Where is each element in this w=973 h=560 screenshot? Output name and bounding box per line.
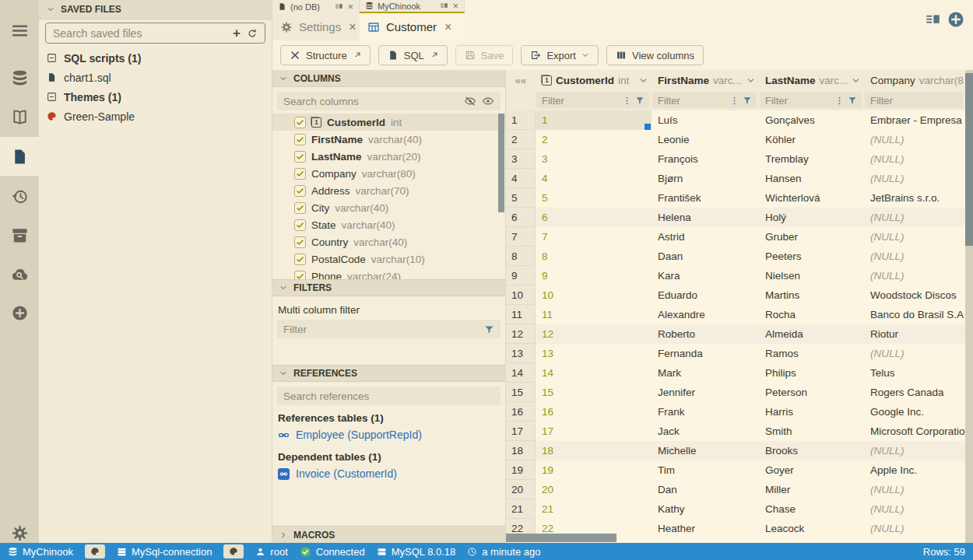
grid-cell[interactable]: 14 [536, 363, 652, 383]
column-filter-input[interactable]: Filter [536, 93, 649, 108]
grid-cell[interactable]: Heather [652, 519, 759, 538]
grid-cell[interactable]: Astrid [652, 227, 759, 247]
grid-cell[interactable]: Martins [759, 285, 864, 305]
activity-bar-item-file[interactable] [0, 137, 39, 176]
grid-cell[interactable]: Google Inc. [864, 402, 965, 422]
column-list-item-company[interactable]: Companyvarchar(80) [272, 165, 505, 182]
grid-cell[interactable]: Nielsen [759, 266, 864, 285]
grid-cell[interactable]: (NULL) [864, 441, 965, 460]
grid-cell[interactable]: Eduardo [652, 285, 759, 305]
grid-cell[interactable]: (NULL) [864, 247, 965, 266]
search-columns-input[interactable] [283, 96, 458, 107]
grid-cell[interactable]: (NULL) [864, 499, 965, 519]
sql-button[interactable]: SQL [378, 45, 448, 65]
column-list-item-country[interactable]: Countryvarchar(40) [272, 233, 505, 250]
grid-cell[interactable]: Harris [759, 402, 864, 422]
column-list-item-lastname[interactable]: LastNamevarchar(20) [272, 148, 505, 165]
search-references-input[interactable] [283, 390, 494, 402]
grid-cell[interactable]: Köhler [759, 130, 864, 149]
grid-cell[interactable]: Helena [652, 208, 759, 227]
checkbox-checked-icon[interactable] [294, 117, 306, 128]
split-view-icon[interactable] [925, 12, 941, 28]
references-section-header[interactable]: REFERENCES [272, 365, 505, 382]
row-number[interactable]: 18 [506, 441, 536, 460]
grid-cell[interactable]: Banco do Brasil S.A [864, 305, 965, 324]
save-button[interactable]: Save [455, 45, 514, 65]
grid-cell[interactable]: Rocha [759, 305, 864, 324]
grid-column-header-company[interactable]: Companyvarchar(8 [864, 70, 965, 90]
grid-cell[interactable]: 17 [536, 422, 652, 441]
grid-cell[interactable]: Fernanda [652, 344, 759, 363]
add-file-icon[interactable]: + [233, 26, 241, 40]
grid-cell[interactable]: Frank [652, 402, 759, 422]
status-server-version[interactable]: MySQL 8.0.18 [377, 546, 456, 558]
grid-cell[interactable]: Goyer [759, 460, 864, 480]
row-number[interactable]: 19 [506, 460, 536, 480]
activity-bar-item-archive[interactable] [0, 215, 39, 254]
status-database[interactable]: MyChinook [8, 546, 73, 558]
grid-cell[interactable]: Apple Inc. [864, 460, 965, 480]
filter-icon[interactable] [484, 324, 494, 334]
activity-bar-item-database[interactable] [0, 58, 39, 97]
grid-cell[interactable]: 10 [536, 285, 652, 305]
close-tab-icon[interactable]: × [349, 20, 356, 34]
dependent-link-invoice[interactable]: Invoice (CustomerId) [278, 467, 505, 480]
checkbox-checked-icon[interactable] [294, 254, 306, 265]
grid-cell[interactable]: (NULL) [864, 169, 965, 188]
grid-cell[interactable]: François [652, 149, 759, 169]
grid-cell[interactable]: Woodstock Discos [864, 285, 965, 305]
split-tab-icon[interactable] [335, 2, 343, 11]
grid-cell[interactable]: Michelle [652, 441, 759, 460]
column-filter-input[interactable]: Filter [652, 93, 757, 108]
column-list-item-phone[interactable]: Phonevarchar(24) [272, 268, 505, 279]
row-number[interactable]: 10 [506, 285, 536, 305]
grid-cell[interactable]: Miller [759, 480, 864, 499]
grid-cell[interactable]: Alexandre [652, 305, 759, 324]
grid-cell[interactable]: Rogers Canada [864, 383, 965, 402]
grid-cell[interactable]: 2 [536, 130, 652, 149]
selection-handle[interactable] [645, 124, 651, 130]
grid-cell[interactable]: Dan [652, 480, 759, 499]
grid-collapse-button[interactable]: «« [506, 70, 536, 90]
grid-cell[interactable]: Gruber [759, 227, 864, 247]
grid-cell[interactable]: Gonçalves [759, 110, 864, 130]
row-number[interactable]: 9 [506, 266, 536, 285]
grid-cell[interactable]: (NULL) [864, 480, 965, 499]
refresh-icon[interactable] [247, 28, 258, 39]
row-number[interactable]: 20 [506, 480, 536, 499]
vertical-scrollbar-thumb[interactable] [965, 73, 973, 246]
row-number[interactable]: 11 [506, 305, 536, 324]
status-user[interactable]: root [255, 546, 287, 558]
grid-cell[interactable]: Roberto [652, 324, 759, 344]
activity-bar-item-menu[interactable] [0, 11, 39, 50]
tab-customer[interactable]: Customer × [360, 13, 465, 40]
saved-file-item[interactable]: chart1.sql [39, 68, 272, 87]
grid-cell[interactable]: (NULL) [864, 344, 965, 363]
checkbox-checked-icon[interactable] [294, 151, 306, 163]
grid-cell[interactable]: (NULL) [864, 149, 965, 169]
grid-column-header-firstname[interactable]: FirstNamevarc... [652, 70, 759, 90]
reference-link-employee[interactable]: Employee (SupportRepId) [278, 429, 505, 441]
grid-cell[interactable]: 8 [536, 247, 652, 266]
grid-column-header-customerid[interactable]: 1CustomerIdint [536, 70, 652, 90]
column-filter-input[interactable]: Filter [760, 93, 862, 108]
macros-section-header[interactable]: MACROS [272, 526, 505, 543]
grid-cell[interactable]: Daan [652, 247, 759, 266]
row-number[interactable]: 3 [506, 149, 536, 169]
grid-cell[interactable]: Almeida [759, 324, 864, 344]
connection-color-button[interactable] [223, 544, 244, 558]
row-number[interactable]: 13 [506, 344, 536, 363]
column-list-item-city[interactable]: Cityvarchar(40) [272, 199, 505, 216]
new-tab-button[interactable] [947, 10, 965, 29]
split-tab-icon[interactable] [440, 2, 448, 10]
checkbox-checked-icon[interactable] [294, 271, 306, 280]
close-group-icon[interactable]: × [452, 1, 458, 11]
close-group-icon[interactable]: × [347, 2, 353, 12]
grid-cell[interactable]: 3 [536, 149, 652, 169]
grid-cell[interactable]: Holý [759, 208, 864, 227]
grid-cell[interactable]: 20 [536, 480, 652, 499]
checkbox-checked-icon[interactable] [294, 185, 306, 197]
horizontal-scrollbar-thumb[interactable] [506, 534, 616, 542]
grid-cell[interactable]: 19 [536, 460, 652, 480]
grid-cell[interactable]: 15 [536, 383, 652, 402]
